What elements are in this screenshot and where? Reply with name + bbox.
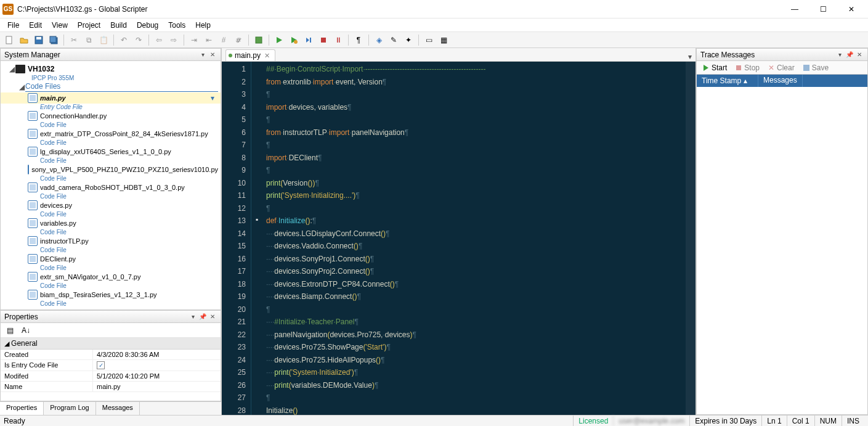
- minimize-button[interactable]: —: [781, 0, 809, 18]
- prop-value[interactable]: ✓: [93, 360, 221, 371]
- run-button[interactable]: [272, 33, 286, 47]
- file-node[interactable]: variables.py: [1, 218, 221, 229]
- svg-point-6: [294, 40, 298, 44]
- svg-rect-5: [256, 37, 262, 43]
- panel-dropdown-icon[interactable]: ▾: [189, 313, 197, 321]
- prop-value[interactable]: 4/3/2020 8:30:36 AM: [93, 350, 221, 360]
- file-node[interactable]: sony_vp_VPL_P500_PHZ10_PWZ10_PXZ10_serie…: [1, 164, 221, 175]
- panel-dropdown-icon[interactable]: ▾: [198, 51, 207, 59]
- trace-clear-button[interactable]: ✕Clear: [765, 62, 798, 73]
- file-node[interactable]: devices.py: [1, 200, 221, 211]
- trace-col-messages[interactable]: Messages: [758, 75, 803, 87]
- menu-file[interactable]: File: [2, 20, 24, 31]
- file-name: extr_matrix_DTP_CrossPoint_82_84_4kSerie…: [40, 130, 208, 137]
- paste-button[interactable]: 📋: [97, 33, 110, 47]
- redo-button[interactable]: ↷: [132, 33, 145, 47]
- prop-value[interactable]: 5/1/2020 4:10:20 PM: [93, 371, 221, 382]
- file-dropdown-icon[interactable]: ▾: [211, 94, 214, 102]
- file-name: variables.py: [40, 219, 76, 227]
- save-button[interactable]: [32, 33, 46, 47]
- menu-edit[interactable]: Edit: [24, 20, 47, 31]
- close-button[interactable]: ✕: [837, 0, 866, 18]
- panel-pin-icon[interactable]: 📌: [845, 51, 854, 59]
- file-type: Code File: [40, 193, 221, 200]
- layout-1-button[interactable]: ▭: [422, 33, 436, 47]
- whitespace-button[interactable]: ¶: [352, 33, 365, 47]
- debug-button[interactable]: [287, 33, 301, 47]
- bottom-tab-messages[interactable]: Messages: [96, 402, 140, 415]
- menu-project[interactable]: Project: [73, 20, 105, 31]
- stop-button[interactable]: [317, 33, 330, 47]
- panel-dropdown-icon[interactable]: ▾: [835, 51, 844, 59]
- file-node[interactable]: instructorTLP.py: [1, 236, 221, 247]
- file-name: DEClient.py: [40, 255, 76, 263]
- file-name: instructorTLP.py: [40, 237, 89, 245]
- props-sort-button[interactable]: A↓: [19, 324, 33, 337]
- titlebar: GS C:\Projects\VH1032.gs - Global Script…: [0, 0, 868, 18]
- tab-close-icon[interactable]: ✕: [264, 52, 270, 60]
- layout-2-button[interactable]: ▦: [437, 33, 450, 47]
- editor-tab-main[interactable]: main.py ✕: [225, 49, 275, 61]
- uncomment-button[interactable]: #̷: [232, 33, 245, 47]
- panel-close-icon[interactable]: ✕: [208, 313, 217, 321]
- bottom-tab-properties[interactable]: Properties: [0, 402, 44, 415]
- undo-button[interactable]: ↶: [117, 33, 131, 47]
- step-button[interactable]: [302, 33, 315, 47]
- device-node[interactable]: ◢ VH1032: [1, 63, 221, 75]
- trace-start-button[interactable]: Start: [699, 62, 731, 73]
- file-node[interactable]: extr_matrix_DTP_CrossPoint_82_84_4kSerie…: [1, 128, 221, 139]
- menu-tools[interactable]: Tools: [163, 20, 190, 31]
- pause-button[interactable]: ⏸: [331, 33, 345, 47]
- nav-fwd-button[interactable]: ⇨: [167, 33, 180, 47]
- file-type: Code File: [40, 247, 221, 253]
- props-section-general[interactable]: ◢ General: [1, 338, 221, 350]
- svg-rect-8: [321, 38, 326, 43]
- trace-save-button[interactable]: Save: [800, 62, 832, 73]
- file-node[interactable]: DEClient.py: [1, 253, 221, 264]
- save-all-button[interactable]: [47, 33, 60, 47]
- menu-build[interactable]: Build: [105, 20, 132, 31]
- toolbar: ✂ ⧉ 📋 ↶ ↷ ⇦ ⇨ ⇥ ⇤ # #̷ ⏸ ¶ ◈ ✎ ✦ ▭ ▦: [0, 32, 868, 48]
- status-num: NUM: [814, 416, 842, 426]
- tool-2-button[interactable]: ✦: [402, 33, 415, 47]
- panel-pin-icon[interactable]: 📌: [198, 313, 207, 321]
- build-button[interactable]: [252, 33, 266, 47]
- code-area[interactable]: 1234567891011121314151617181920212223242…: [222, 62, 696, 415]
- tab-menu-icon[interactable]: ▾: [684, 52, 696, 61]
- panel-close-icon[interactable]: ✕: [855, 51, 864, 59]
- python-file-icon: [28, 182, 38, 192]
- file-node[interactable]: main.py ▾: [1, 92, 221, 104]
- outdent-button[interactable]: ⇤: [202, 33, 216, 47]
- python-file-icon: [28, 129, 38, 139]
- file-node[interactable]: lg_display_xxUT640S_Series_v1_1_0_0.py: [1, 146, 221, 157]
- trace-col-timestamp[interactable]: Time Stamp▴: [697, 75, 758, 87]
- bottom-tab-program-log[interactable]: Program Log: [44, 402, 96, 415]
- trace-title: Trace Messages: [700, 51, 755, 59]
- properties-title: Properties: [4, 313, 38, 321]
- prop-value[interactable]: main.py: [93, 382, 221, 392]
- indent-button[interactable]: ⇥: [187, 33, 201, 47]
- trace-stop-button[interactable]: Stop: [732, 62, 763, 73]
- file-type: Entry Code File: [40, 104, 221, 110]
- tool-1-button[interactable]: ✎: [387, 33, 400, 47]
- cut-button[interactable]: ✂: [67, 33, 81, 47]
- props-categorized-button[interactable]: ▤: [3, 324, 17, 337]
- menu-debug[interactable]: Debug: [132, 20, 163, 31]
- file-node[interactable]: vadd_camera_RoboSHOT_HDBT_v1_0_3_0.py: [1, 182, 221, 193]
- panel-close-icon[interactable]: ✕: [208, 51, 217, 59]
- nav-back-button[interactable]: ⇦: [152, 33, 166, 47]
- bookmark-button[interactable]: ◈: [372, 33, 386, 47]
- comment-button[interactable]: #: [217, 33, 230, 47]
- copy-button[interactable]: ⧉: [82, 33, 95, 47]
- file-node[interactable]: extr_sm_NAVigator_v1_0_0_7.py: [1, 271, 221, 282]
- file-node[interactable]: ConnectionHandler.py: [1, 110, 221, 121]
- new-file-button[interactable]: [2, 33, 16, 47]
- menu-help[interactable]: Help: [190, 20, 216, 31]
- maximize-button[interactable]: ☐: [809, 0, 837, 18]
- file-node[interactable]: biam_dsp_TesiraSeries_v1_12_3_1.py: [1, 289, 221, 300]
- menu-view[interactable]: View: [47, 20, 73, 31]
- checkbox-checked-icon[interactable]: ✓: [97, 361, 105, 369]
- code-files-node[interactable]: ◢ Code Files: [1, 81, 221, 92]
- open-button[interactable]: [17, 33, 31, 47]
- vertical-scrollbar[interactable]: [686, 62, 696, 415]
